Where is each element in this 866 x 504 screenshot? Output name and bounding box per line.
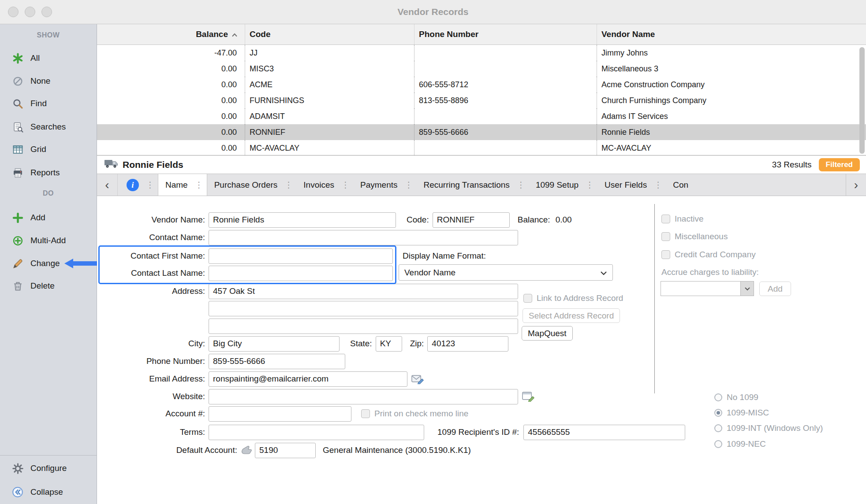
- account-number-input[interactable]: [209, 406, 351, 422]
- sidebar-item-all[interactable]: All: [0, 49, 97, 67]
- inactive-checkbox[interactable]: [661, 215, 670, 223]
- miscellaneous-checkbox[interactable]: [661, 232, 670, 241]
- tabs-scroll-right-button[interactable]: ›: [846, 174, 866, 196]
- tab-payments[interactable]: Payments ⋮: [353, 174, 416, 196]
- tab-user-fields[interactable]: User Fields ⋮: [597, 174, 666, 196]
- column-header-code[interactable]: Code: [245, 24, 414, 44]
- account-number-label: Account #:: [97, 409, 205, 419]
- sidebar-item-configure[interactable]: Configure: [0, 460, 97, 477]
- account-lookup-icon[interactable]: [241, 445, 252, 455]
- vendor-name-input[interactable]: [209, 212, 396, 228]
- code-input[interactable]: [433, 212, 510, 228]
- sidebar-item-change[interactable]: Change: [0, 255, 97, 272]
- sidebar-item-label: Delete: [30, 281, 55, 291]
- chevron-down-icon[interactable]: [740, 282, 754, 296]
- zoom-window-button[interactable]: [41, 7, 52, 17]
- recipient-id-input[interactable]: [523, 425, 685, 440]
- tab-handle-icon[interactable]: ⋮: [284, 180, 296, 190]
- select-address-record-button[interactable]: Select Address Record: [523, 308, 620, 323]
- table-row-selected[interactable]: 0.00 RONNIEF 859-555-6666 Ronnie Fields: [97, 124, 866, 140]
- link-to-address-checkbox[interactable]: [523, 294, 532, 303]
- tab-handle-icon[interactable]: ⋮: [341, 180, 353, 190]
- tab-handle-icon[interactable]: ⋮: [405, 180, 417, 190]
- miscellaneous-label: Miscellaneous: [675, 232, 728, 241]
- address-line1-input[interactable]: [209, 284, 518, 299]
- tab-handle-icon[interactable]: ⋮: [195, 180, 207, 190]
- tab-handle-icon[interactable]: ⋮: [586, 180, 597, 190]
- zip-input[interactable]: [427, 336, 508, 352]
- website-input[interactable]: [209, 389, 518, 404]
- 1099-misc-radio[interactable]: [714, 409, 722, 417]
- credit-card-company-checkbox[interactable]: [661, 250, 670, 259]
- default-account-input[interactable]: [255, 443, 316, 458]
- trash-delete-icon: [11, 280, 24, 292]
- sidebar-item-multi-add[interactable]: Multi-Add: [0, 232, 97, 249]
- table-row[interactable]: 0.00 MISC3 Miscellaneous 3: [97, 61, 866, 77]
- default-account-label: Default Account:: [97, 445, 237, 455]
- table-row[interactable]: 0.00 MC-AVACLAY MC-AVACLAY: [97, 140, 866, 156]
- tab-handle-icon[interactable]: ⋮: [654, 180, 666, 190]
- radio-row-no-1099: No 1099: [714, 393, 758, 402]
- email-address-input[interactable]: [209, 371, 407, 387]
- tabs-scroll-left-button[interactable]: ‹: [97, 174, 117, 196]
- mapquest-button[interactable]: MapQuest: [522, 326, 573, 341]
- city-input[interactable]: [209, 336, 340, 352]
- tab-name[interactable]: Name ⋮: [158, 174, 207, 196]
- close-window-button[interactable]: [8, 7, 19, 17]
- 1099-int-radio[interactable]: [714, 424, 722, 432]
- minimize-window-button[interactable]: [25, 7, 35, 17]
- tab-recurring-transactions[interactable]: Recurring Transactions ⋮: [417, 174, 529, 196]
- print-on-check-checkbox[interactable]: [361, 409, 370, 418]
- table-row[interactable]: 0.00 ADAMSIT Adams IT Services: [97, 108, 866, 124]
- state-label: State:: [350, 339, 372, 348]
- column-header-vendor-name[interactable]: Vendor Name: [597, 24, 866, 44]
- display-name-format-select[interactable]: Vendor Name: [399, 264, 613, 281]
- tab-truncated[interactable]: Con: [666, 174, 705, 196]
- inactive-checkbox-row: Inactive: [661, 213, 703, 225]
- table-scrollbar[interactable]: [859, 47, 865, 154]
- search-icon: [11, 97, 24, 110]
- sidebar-item-none[interactable]: None: [0, 72, 97, 90]
- sidebar-item-searches[interactable]: Searches: [0, 118, 97, 136]
- phone-number-input[interactable]: [209, 354, 345, 369]
- state-input[interactable]: [376, 336, 402, 352]
- chevron-down-icon: [600, 268, 607, 278]
- sort-ascending-icon: [231, 30, 238, 39]
- address-line3-input[interactable]: [209, 319, 518, 334]
- contact-last-name-input[interactable]: [209, 266, 393, 281]
- radio-row-1099-misc: 1099-MISC: [714, 408, 769, 418]
- sidebar-item-reports[interactable]: Reports: [0, 164, 97, 182]
- tab-invoices[interactable]: Invoices ⋮: [296, 174, 353, 196]
- sidebar-item-collapse[interactable]: Collapse: [0, 483, 97, 501]
- terms-input[interactable]: [209, 425, 424, 440]
- filtered-badge[interactable]: Filtered: [819, 158, 860, 171]
- sidebar-item-add[interactable]: Add: [0, 209, 97, 226]
- website-compose-icon[interactable]: [522, 391, 535, 402]
- accrue-liability-combo[interactable]: [661, 281, 754, 296]
- sidebar-divider: [0, 455, 97, 456]
- tab-1099-setup[interactable]: 1099 Setup ⋮: [529, 174, 597, 196]
- table-row[interactable]: -47.00 JJ Jimmy Johns: [97, 45, 866, 61]
- tab-handle-icon[interactable]: ⋮: [517, 180, 529, 190]
- table-row[interactable]: 0.00 FURNISHINGS 813-555-8896 Church Fur…: [97, 93, 866, 108]
- column-header-phone[interactable]: Phone Number: [414, 24, 597, 44]
- column-header-balance[interactable]: Balance: [97, 24, 245, 44]
- tab-purchase-orders[interactable]: Purchase Orders ⋮: [207, 174, 297, 196]
- accrue-add-button[interactable]: Add: [759, 282, 791, 296]
- 1099-nec-radio[interactable]: [714, 440, 722, 448]
- sidebar-item-label: Reports: [30, 168, 60, 178]
- tab-info[interactable]: i ⋮: [117, 174, 158, 196]
- sidebar-item-delete[interactable]: Delete: [0, 277, 97, 295]
- sidebar-item-label: Multi-Add: [30, 236, 66, 245]
- contact-name-input[interactable]: [209, 230, 518, 245]
- no-1099-radio[interactable]: [714, 393, 722, 401]
- sidebar-item-grid[interactable]: Grid: [0, 141, 97, 158]
- contact-first-name-input[interactable]: [209, 248, 393, 264]
- tab-handle-icon[interactable]: ⋮: [146, 180, 158, 190]
- pencil-change-icon: [11, 257, 24, 270]
- email-compose-icon[interactable]: [411, 374, 424, 384]
- window-controls: [8, 7, 52, 17]
- table-row[interactable]: 0.00 ACME 606-555-8712 Acme Construction…: [97, 77, 866, 93]
- address-line2-input[interactable]: [209, 301, 518, 316]
- sidebar-item-find[interactable]: Find: [0, 95, 97, 112]
